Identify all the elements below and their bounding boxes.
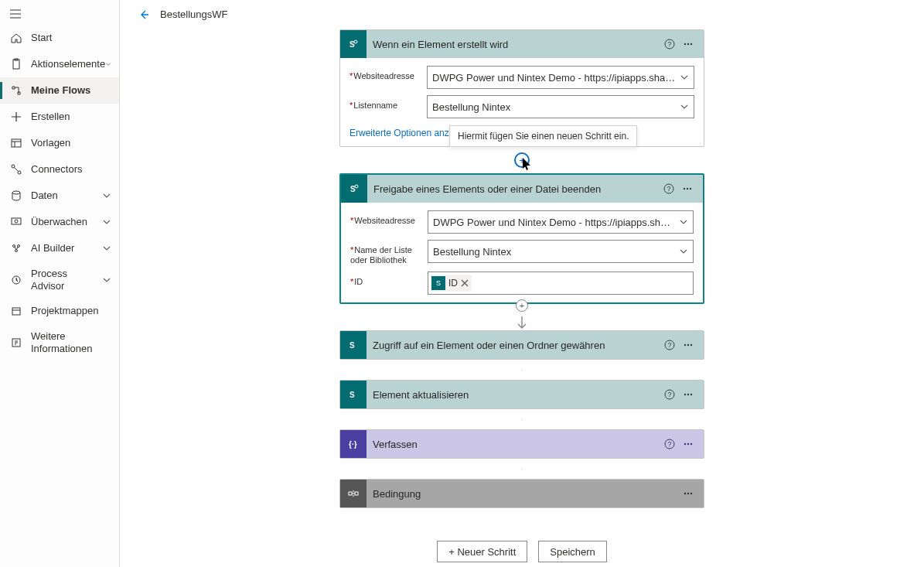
sidebar-item-label: Connectors — [31, 163, 111, 176]
bottom-buttons: + Neuer Schritt Speichern — [437, 541, 607, 562]
card-header[interactable]: S Wenn ein Element erstellt wird ? — [340, 30, 704, 58]
add-step-button[interactable]: + — [516, 299, 528, 312]
connector-slot — [521, 409, 523, 429]
arrow-down-icon — [521, 409, 523, 429]
sidebar-item-vorlagen[interactable]: Vorlagen — [0, 130, 119, 156]
sidebar-item-label: Vorlagen — [31, 137, 111, 149]
stop-sharing-card[interactable]: S Freigabe eines Elements oder einer Dat… — [339, 173, 704, 304]
help-button[interactable]: ? — [660, 336, 679, 354]
card-header[interactable]: S Freigabe eines Elements oder einer Dat… — [341, 175, 703, 203]
card-header[interactable]: S Zugriff auf ein Element oder einen Ord… — [340, 331, 704, 359]
card-header[interactable]: S Element aktualisieren ? — [340, 381, 704, 408]
svg-rect-2 — [12, 139, 21, 147]
field-label: *Listenname — [349, 95, 427, 111]
sidebar-item-meine-flows[interactable]: Meine Flows — [0, 77, 119, 104]
dynamic-token-id[interactable]: S ID — [431, 275, 472, 292]
field-row-site: *Websiteadresse DWPG Power und Nintex De… — [350, 210, 694, 234]
solutions-icon — [9, 304, 23, 318]
id-token-field[interactable]: S ID — [428, 272, 694, 295]
card-menu-button[interactable] — [678, 179, 697, 198]
update-element-card[interactable]: S Element aktualisieren ? — [339, 380, 704, 409]
chevron-down-icon — [102, 217, 111, 227]
svg-rect-46 — [349, 492, 352, 495]
svg-text:?: ? — [667, 185, 671, 193]
help-button[interactable]: ? — [660, 385, 679, 404]
card-title: Freigabe eines Elements oder einer Datei… — [367, 183, 660, 195]
flows-icon — [9, 84, 23, 97]
app-root: Start Aktionselemente Meine Flows Erstel… — [0, 0, 924, 567]
listlib-dropdown[interactable]: Bestellung Nintex — [428, 240, 694, 263]
back-button[interactable] — [134, 4, 155, 26]
svg-text:?: ? — [668, 40, 672, 48]
svg-point-37 — [684, 394, 686, 395]
svg-point-33 — [690, 344, 692, 346]
svg-point-10 — [15, 250, 18, 252]
connectors-icon — [9, 162, 23, 176]
sidebar-item-label: Process Advisor — [31, 268, 102, 292]
card-title: Bedingung — [367, 488, 679, 500]
sidebar-item-label: Projektmappen — [31, 305, 111, 317]
card-title: Element aktualisieren — [367, 389, 660, 401]
sidebar-item-daten[interactable]: Daten — [0, 183, 119, 209]
sidebar-item-aktionselemente[interactable]: Aktionselemente — [0, 51, 119, 77]
sidebar-item-start[interactable]: Start — [0, 25, 119, 51]
sidebar-item-ai-builder[interactable]: AI Builder — [0, 235, 119, 261]
svg-point-7 — [15, 220, 18, 223]
sidebar-item-erstellen[interactable]: Erstellen — [0, 104, 119, 130]
sharepoint-icon: S — [340, 30, 367, 58]
templates-icon — [9, 136, 23, 150]
sidebar-item-label: Überwachen — [31, 216, 102, 228]
compose-card[interactable]: {·} Verfassen ? — [339, 429, 704, 459]
card-menu-button[interactable] — [679, 35, 697, 53]
help-button[interactable]: ? — [660, 179, 678, 198]
connector-slot: + — [516, 304, 528, 330]
list-dropdown[interactable]: Bestellung Nintex — [427, 95, 694, 118]
sidebar-item-label: Erstellen — [31, 111, 111, 123]
card-title: Wenn ein Element erstellt wird — [367, 39, 660, 50]
save-button[interactable]: Speichern — [538, 541, 607, 562]
connector-slot — [521, 459, 523, 479]
card-menu-button[interactable] — [679, 385, 697, 404]
add-step-slot: Hiermit fügen Sie einen neuen Schritt ei… — [339, 147, 704, 173]
card-header[interactable]: {·} Verfassen ? — [340, 430, 704, 458]
sidebar-item-process-advisor[interactable]: Process Advisor — [0, 261, 119, 298]
sidebar-item-label: AI Builder — [31, 242, 102, 254]
site-dropdown[interactable]: DWPG Power und Nintex Demo - https://ipi… — [427, 66, 694, 89]
sharepoint-icon: S — [431, 276, 445, 290]
card-body: *Websiteadresse DWPG Power und Nintex De… — [341, 203, 703, 302]
new-step-button[interactable]: + Neuer Schritt — [437, 541, 527, 562]
svg-rect-6 — [12, 218, 21, 224]
help-button[interactable]: ? — [660, 435, 679, 453]
field-label: *Websiteadresse — [350, 210, 428, 226]
grant-access-card[interactable]: S Zugriff auf ein Element oder einen Ord… — [339, 330, 704, 360]
hamburger-button[interactable] — [0, 0, 119, 25]
card-menu-button[interactable] — [679, 435, 697, 453]
help-button[interactable]: ? — [660, 35, 679, 53]
connector-slot — [521, 360, 523, 380]
svg-point-3 — [12, 165, 15, 168]
svg-point-43 — [684, 443, 686, 445]
svg-text:?: ? — [668, 440, 672, 448]
site-dropdown[interactable]: DWPG Power und Nintex Demo - https://ipi… — [428, 210, 694, 234]
card-title: Verfassen — [367, 439, 660, 450]
svg-point-31 — [684, 344, 686, 346]
svg-rect-12 — [12, 308, 20, 315]
card-menu-button[interactable] — [679, 484, 697, 503]
data-icon — [9, 189, 23, 203]
svg-point-4 — [18, 171, 21, 174]
condition-icon — [340, 480, 367, 507]
add-step-tooltip: Hiermit fügen Sie einen neuen Schritt ei… — [449, 125, 637, 147]
token-remove-button[interactable] — [461, 279, 469, 287]
sidebar-item-weitere-info[interactable]: Weitere Informationen — [0, 324, 119, 360]
chevron-down-icon — [102, 275, 111, 285]
sidebar-item-ueberwachen[interactable]: Überwachen — [0, 209, 119, 235]
condition-card[interactable]: Bedingung — [339, 479, 704, 508]
help-icon: ? — [663, 38, 676, 50]
sidebar-item-projektmappen[interactable]: Projektmappen — [0, 298, 119, 324]
add-step-button[interactable]: + — [514, 152, 530, 168]
sidebar-item-connectors[interactable]: Connectors — [0, 156, 119, 183]
svg-point-25 — [684, 188, 685, 190]
card-menu-button[interactable] — [679, 336, 697, 354]
card-header[interactable]: Bedingung — [340, 480, 704, 507]
flow-canvas: S Wenn ein Element erstellt wird ? *Webs… — [120, 29, 924, 567]
